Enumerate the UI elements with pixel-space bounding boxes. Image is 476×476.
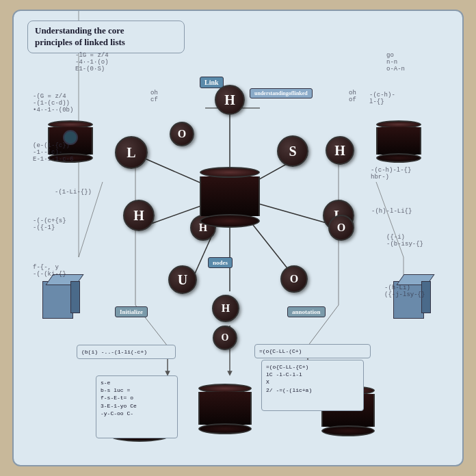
box-right <box>393 274 431 319</box>
fl2-4: 3-E-1-yo Ce <box>101 402 173 410</box>
center-disk <box>200 167 260 228</box>
node-o-low-right2: O <box>328 215 354 241</box>
node-h-low-mid: H <box>212 295 239 322</box>
formula-top-mid: -lG = z/4-4·-1·(o)E1-(0·S) <box>75 52 109 72</box>
label-annotation: annotation <box>287 306 326 317</box>
fr-1: =(o{C-LL-(C+) <box>259 347 366 355</box>
disk-right-top <box>376 120 421 163</box>
node-o-mid-left: O <box>170 122 194 146</box>
fl2-3: f-s-E-t= o <box>101 394 173 401</box>
node-s-right: S <box>277 135 308 167</box>
fr2-2: lC -l-C-l-l <box>266 371 359 378</box>
formula-top-right2: ohof <box>349 90 356 103</box>
fr2-3: X <box>266 378 359 386</box>
formula-left-line1: (b(i) -..-(1-li(-c+) <box>81 348 171 356</box>
svg-line-20 <box>376 182 404 257</box>
fl2-1: s-e <box>101 379 173 386</box>
svg-line-18 <box>79 182 103 257</box>
box-left <box>42 274 80 319</box>
node-u-low: U <box>168 265 197 294</box>
disk-bottom-center <box>198 384 252 434</box>
formula-left4: -(-(c+{s}-({-1} <box>33 217 66 231</box>
node-l-left: L <box>115 136 148 169</box>
title-box: Understanding the core principles of lin… <box>27 21 185 53</box>
fl2-2: b-s luc = <box>101 386 173 394</box>
formula-box-left: (b(i) -..-(1-li(-c+) <box>77 345 176 359</box>
disk-left-top <box>48 120 93 163</box>
label-nodes: nodes <box>208 257 233 268</box>
formula-right4: ({-i)-(b-isy-{} <box>386 234 423 248</box>
fr2-4: 2/ -=(-(lic+a) <box>266 386 359 394</box>
node-h-top: H <box>215 85 245 115</box>
label-link: Link <box>200 77 224 88</box>
formula-box-left2: s-e b-s luc = f-s-E-t= o 3-E-1-yo Ce -y-… <box>96 375 178 438</box>
formula-box-right: =(o{C-LL-(C+) <box>254 344 371 358</box>
fr2-1: =(o{C-LL-{C+) <box>266 363 359 371</box>
formula-top-right3: gon-no-A-n <box>386 52 405 72</box>
formula-right3: -(h)-l-Li{} <box>371 208 412 215</box>
title-line2: principles of linked lists <box>35 37 125 47</box>
outer-frame: Understanding the core principles of lin… <box>0 0 476 476</box>
formula-top-mid2: ohcf <box>150 90 158 103</box>
formula-left3: -(1-Li-{}) <box>55 189 92 196</box>
formula-box-right2: =(o{C-LL-{C+) lC -l-C-l-l X 2/ -=(-(lic+… <box>261 360 364 411</box>
formula-right1: -(c-h)-l-{} <box>369 92 395 105</box>
fl2-5: -y-C-oo C- <box>101 410 173 417</box>
title-line1: Understanding the core <box>35 25 124 36</box>
label-understanding: understandingoflinked <box>250 88 313 98</box>
node-h-right-top: H <box>326 136 354 165</box>
formula-right2: -(c-h)-l-{}hbr-) <box>371 167 411 181</box>
node-h-left-mid: H <box>123 200 155 231</box>
node-o-bottom-center: O <box>213 326 237 350</box>
formula-topleft: -(G = z/4-(1-(c-d))•4·-1-·(0b) <box>33 93 73 114</box>
inner-card: Understanding the core principles of lin… <box>12 10 464 466</box>
label-initialize: Initialize <box>115 306 148 317</box>
node-o-low-right: O <box>280 265 308 293</box>
